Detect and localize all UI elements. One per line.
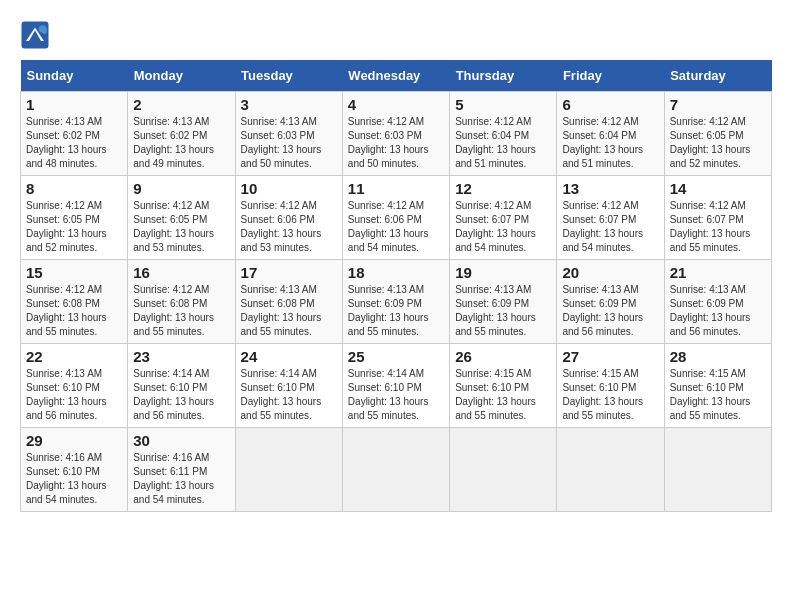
day-info: Sunrise: 4:12 AM Sunset: 6:05 PM Dayligh… [26,199,122,255]
day-info: Sunrise: 4:12 AM Sunset: 6:04 PM Dayligh… [455,115,551,171]
day-number: 27 [562,348,658,365]
day-info: Sunrise: 4:13 AM Sunset: 6:03 PM Dayligh… [241,115,337,171]
calendar-cell: 27Sunrise: 4:15 AM Sunset: 6:10 PM Dayli… [557,344,664,428]
day-number: 22 [26,348,122,365]
day-info: Sunrise: 4:12 AM Sunset: 6:05 PM Dayligh… [133,199,229,255]
day-number: 28 [670,348,766,365]
calendar-cell: 5Sunrise: 4:12 AM Sunset: 6:04 PM Daylig… [450,92,557,176]
day-info: Sunrise: 4:13 AM Sunset: 6:09 PM Dayligh… [455,283,551,339]
day-number: 4 [348,96,444,113]
header-day-sunday: Sunday [21,60,128,92]
calendar-body: 1Sunrise: 4:13 AM Sunset: 6:02 PM Daylig… [21,92,772,512]
calendar-cell: 23Sunrise: 4:14 AM Sunset: 6:10 PM Dayli… [128,344,235,428]
calendar-cell: 26Sunrise: 4:15 AM Sunset: 6:10 PM Dayli… [450,344,557,428]
day-info: Sunrise: 4:12 AM Sunset: 6:03 PM Dayligh… [348,115,444,171]
calendar-cell: 12Sunrise: 4:12 AM Sunset: 6:07 PM Dayli… [450,176,557,260]
header [20,20,772,50]
day-number: 19 [455,264,551,281]
day-number: 18 [348,264,444,281]
calendar-cell: 19Sunrise: 4:13 AM Sunset: 6:09 PM Dayli… [450,260,557,344]
day-number: 20 [562,264,658,281]
day-number: 29 [26,432,122,449]
header-day-monday: Monday [128,60,235,92]
calendar-cell: 9Sunrise: 4:12 AM Sunset: 6:05 PM Daylig… [128,176,235,260]
day-info: Sunrise: 4:15 AM Sunset: 6:10 PM Dayligh… [670,367,766,423]
day-info: Sunrise: 4:16 AM Sunset: 6:11 PM Dayligh… [133,451,229,507]
day-number: 30 [133,432,229,449]
day-info: Sunrise: 4:15 AM Sunset: 6:10 PM Dayligh… [562,367,658,423]
logo-icon [20,20,50,50]
calendar-cell [450,428,557,512]
week-row-4: 29Sunrise: 4:16 AM Sunset: 6:10 PM Dayli… [21,428,772,512]
calendar-table: SundayMondayTuesdayWednesdayThursdayFrid… [20,60,772,512]
day-number: 5 [455,96,551,113]
calendar-cell: 24Sunrise: 4:14 AM Sunset: 6:10 PM Dayli… [235,344,342,428]
day-number: 2 [133,96,229,113]
calendar-header: SundayMondayTuesdayWednesdayThursdayFrid… [21,60,772,92]
day-number: 17 [241,264,337,281]
day-info: Sunrise: 4:13 AM Sunset: 6:09 PM Dayligh… [348,283,444,339]
day-number: 14 [670,180,766,197]
day-number: 21 [670,264,766,281]
calendar-cell: 13Sunrise: 4:12 AM Sunset: 6:07 PM Dayli… [557,176,664,260]
day-number: 13 [562,180,658,197]
header-row: SundayMondayTuesdayWednesdayThursdayFrid… [21,60,772,92]
day-info: Sunrise: 4:12 AM Sunset: 6:07 PM Dayligh… [562,199,658,255]
calendar-cell: 10Sunrise: 4:12 AM Sunset: 6:06 PM Dayli… [235,176,342,260]
day-number: 23 [133,348,229,365]
calendar-cell: 4Sunrise: 4:12 AM Sunset: 6:03 PM Daylig… [342,92,449,176]
calendar-cell: 15Sunrise: 4:12 AM Sunset: 6:08 PM Dayli… [21,260,128,344]
day-number: 25 [348,348,444,365]
day-number: 15 [26,264,122,281]
calendar-cell: 8Sunrise: 4:12 AM Sunset: 6:05 PM Daylig… [21,176,128,260]
day-number: 24 [241,348,337,365]
calendar-cell: 18Sunrise: 4:13 AM Sunset: 6:09 PM Dayli… [342,260,449,344]
day-info: Sunrise: 4:12 AM Sunset: 6:07 PM Dayligh… [670,199,766,255]
day-info: Sunrise: 4:13 AM Sunset: 6:02 PM Dayligh… [133,115,229,171]
header-day-wednesday: Wednesday [342,60,449,92]
calendar-cell: 11Sunrise: 4:12 AM Sunset: 6:06 PM Dayli… [342,176,449,260]
day-info: Sunrise: 4:14 AM Sunset: 6:10 PM Dayligh… [348,367,444,423]
day-info: Sunrise: 4:13 AM Sunset: 6:10 PM Dayligh… [26,367,122,423]
calendar-cell [342,428,449,512]
calendar-cell: 16Sunrise: 4:12 AM Sunset: 6:08 PM Dayli… [128,260,235,344]
calendar-cell: 1Sunrise: 4:13 AM Sunset: 6:02 PM Daylig… [21,92,128,176]
week-row-1: 8Sunrise: 4:12 AM Sunset: 6:05 PM Daylig… [21,176,772,260]
calendar-cell: 28Sunrise: 4:15 AM Sunset: 6:10 PM Dayli… [664,344,771,428]
day-info: Sunrise: 4:13 AM Sunset: 6:08 PM Dayligh… [241,283,337,339]
day-number: 12 [455,180,551,197]
header-day-friday: Friday [557,60,664,92]
logo [20,20,54,50]
calendar-cell: 17Sunrise: 4:13 AM Sunset: 6:08 PM Dayli… [235,260,342,344]
week-row-3: 22Sunrise: 4:13 AM Sunset: 6:10 PM Dayli… [21,344,772,428]
day-info: Sunrise: 4:12 AM Sunset: 6:06 PM Dayligh… [348,199,444,255]
calendar-cell: 2Sunrise: 4:13 AM Sunset: 6:02 PM Daylig… [128,92,235,176]
day-number: 1 [26,96,122,113]
day-info: Sunrise: 4:14 AM Sunset: 6:10 PM Dayligh… [241,367,337,423]
day-info: Sunrise: 4:14 AM Sunset: 6:10 PM Dayligh… [133,367,229,423]
calendar-cell: 22Sunrise: 4:13 AM Sunset: 6:10 PM Dayli… [21,344,128,428]
day-number: 7 [670,96,766,113]
day-info: Sunrise: 4:12 AM Sunset: 6:08 PM Dayligh… [133,283,229,339]
day-info: Sunrise: 4:13 AM Sunset: 6:02 PM Dayligh… [26,115,122,171]
day-number: 26 [455,348,551,365]
day-number: 11 [348,180,444,197]
week-row-0: 1Sunrise: 4:13 AM Sunset: 6:02 PM Daylig… [21,92,772,176]
day-number: 10 [241,180,337,197]
day-number: 8 [26,180,122,197]
calendar-cell: 7Sunrise: 4:12 AM Sunset: 6:05 PM Daylig… [664,92,771,176]
header-day-thursday: Thursday [450,60,557,92]
calendar-cell [235,428,342,512]
calendar-cell: 14Sunrise: 4:12 AM Sunset: 6:07 PM Dayli… [664,176,771,260]
calendar-cell: 29Sunrise: 4:16 AM Sunset: 6:10 PM Dayli… [21,428,128,512]
day-number: 9 [133,180,229,197]
day-info: Sunrise: 4:15 AM Sunset: 6:10 PM Dayligh… [455,367,551,423]
day-number: 6 [562,96,658,113]
calendar-cell: 3Sunrise: 4:13 AM Sunset: 6:03 PM Daylig… [235,92,342,176]
day-info: Sunrise: 4:12 AM Sunset: 6:05 PM Dayligh… [670,115,766,171]
calendar-cell: 30Sunrise: 4:16 AM Sunset: 6:11 PM Dayli… [128,428,235,512]
calendar-cell: 6Sunrise: 4:12 AM Sunset: 6:04 PM Daylig… [557,92,664,176]
day-number: 3 [241,96,337,113]
header-day-tuesday: Tuesday [235,60,342,92]
calendar-cell: 21Sunrise: 4:13 AM Sunset: 6:09 PM Dayli… [664,260,771,344]
